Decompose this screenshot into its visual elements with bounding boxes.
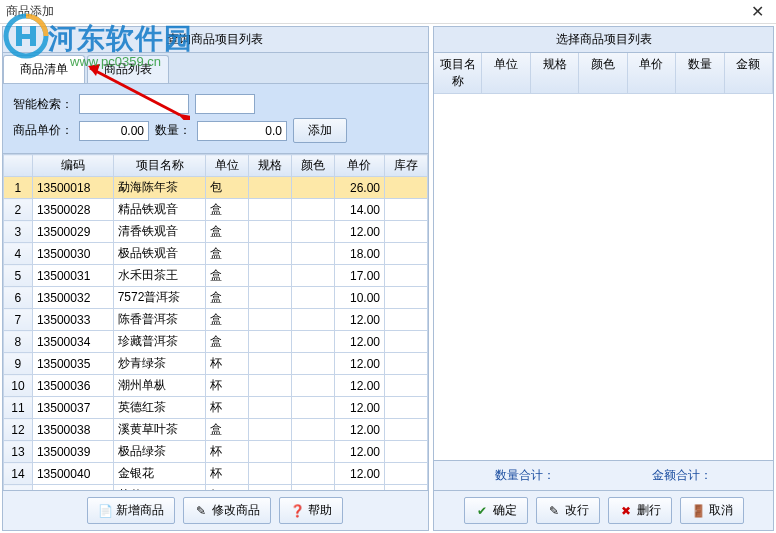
table-row[interactable]: 6135000327572普洱茶盒10.00 (4, 287, 428, 309)
amount-total-label: 金额合计： (652, 467, 712, 484)
left-footer: 📄新增商品 ✎修改商品 ❓帮助 (3, 490, 428, 530)
column-header[interactable]: 颜色 (291, 155, 334, 177)
table-row[interactable]: 1413500040金银花杯12.00 (4, 463, 428, 485)
selected-grid-body[interactable] (434, 94, 773, 460)
delete-icon: ✖ (619, 504, 633, 518)
tab-bar: 商品清单 商品列表 (3, 53, 428, 84)
window-title: 商品添加 (6, 3, 54, 20)
column-header[interactable]: 编码 (32, 155, 113, 177)
column-header[interactable]: 单位 (482, 53, 530, 93)
add-button[interactable]: 添加 (293, 118, 347, 143)
table-row[interactable]: 113500018勐海陈年茶包26.00 (4, 177, 428, 199)
column-header[interactable] (4, 155, 33, 177)
column-header[interactable]: 规格 (531, 53, 579, 93)
column-header[interactable]: 单价 (334, 155, 385, 177)
edit-icon: ✎ (194, 504, 208, 518)
new-product-button[interactable]: 📄新增商品 (87, 497, 175, 524)
totals-bar: 数量合计： 金额合计： (434, 460, 773, 490)
column-header[interactable]: 数量 (676, 53, 724, 93)
left-pane: 查询商品项目列表 商品清单 商品列表 智能检索： 商品单价： 数量： 添加 编码… (2, 26, 429, 531)
column-header[interactable]: 金额 (725, 53, 773, 93)
titlebar: 商品添加 ✕ (0, 0, 776, 24)
tab-product-list[interactable]: 商品清单 (3, 55, 85, 83)
column-header[interactable]: 单位 (206, 155, 249, 177)
edit-row-button[interactable]: ✎改行 (536, 497, 600, 524)
column-header[interactable]: 规格 (249, 155, 292, 177)
column-header[interactable]: 项目名称 (434, 53, 482, 93)
cancel-button[interactable]: 🚪取消 (680, 497, 744, 524)
help-icon: ❓ (290, 504, 304, 518)
price-label: 商品单价： (13, 122, 73, 139)
table-row[interactable]: 913500035炒青绿茶杯12.00 (4, 353, 428, 375)
table-row[interactable]: 713500033陈香普洱茶盒12.00 (4, 309, 428, 331)
search-area: 智能检索： 商品单价： 数量： 添加 (3, 84, 428, 154)
edit-row-icon: ✎ (547, 504, 561, 518)
price-input[interactable] (79, 121, 149, 141)
column-header[interactable]: 库存 (385, 155, 428, 177)
table-row[interactable]: 313500029清香铁观音盒12.00 (4, 221, 428, 243)
right-pane-header: 选择商品项目列表 (434, 27, 773, 53)
close-icon[interactable]: ✕ (745, 2, 770, 21)
right-footer: ✔确定 ✎改行 ✖删行 🚪取消 (434, 490, 773, 530)
delete-row-button[interactable]: ✖删行 (608, 497, 672, 524)
table-row[interactable]: 813500034珍藏普洱茶盒12.00 (4, 331, 428, 353)
ok-button[interactable]: ✔确定 (464, 497, 528, 524)
selected-grid-header: 项目名称单位规格颜色单价数量金额 (434, 53, 773, 94)
edit-product-button[interactable]: ✎修改商品 (183, 497, 271, 524)
left-pane-header: 查询商品项目列表 (3, 27, 428, 53)
smart-search-label: 智能检索： (13, 96, 73, 113)
column-header[interactable]: 项目名称 (113, 155, 206, 177)
table-row[interactable]: 1313500039极品绿茶杯12.00 (4, 441, 428, 463)
column-header[interactable]: 颜色 (579, 53, 627, 93)
qty-input[interactable] (197, 121, 287, 141)
column-header[interactable]: 单价 (628, 53, 676, 93)
plus-icon: 📄 (98, 504, 112, 518)
smart-search-input[interactable] (79, 94, 189, 114)
qty-label: 数量： (155, 122, 191, 139)
check-icon: ✔ (475, 504, 489, 518)
help-button[interactable]: ❓帮助 (279, 497, 343, 524)
table-row[interactable]: 1213500038溪黄草叶茶盒12.00 (4, 419, 428, 441)
right-pane: 选择商品项目列表 项目名称单位规格颜色单价数量金额 数量合计： 金额合计： ✔确… (433, 26, 774, 531)
table-row[interactable]: 413500030极品铁观音盒18.00 (4, 243, 428, 265)
table-row[interactable]: 1113500037英德红茶杯12.00 (4, 397, 428, 419)
table-row[interactable]: 1013500036潮州单枞杯12.00 (4, 375, 428, 397)
cancel-icon: 🚪 (691, 504, 705, 518)
search-extra-box[interactable] (195, 94, 255, 114)
qty-total-label: 数量合计： (495, 467, 555, 484)
product-grid[interactable]: 编码项目名称单位规格颜色单价库存 113500018勐海陈年茶包26.00213… (3, 154, 428, 490)
tab-product-catalog[interactable]: 商品列表 (87, 55, 169, 83)
table-row[interactable]: 513500031水禾田茶王盒17.00 (4, 265, 428, 287)
table-row[interactable]: 213500028精品铁观音盒14.00 (4, 199, 428, 221)
